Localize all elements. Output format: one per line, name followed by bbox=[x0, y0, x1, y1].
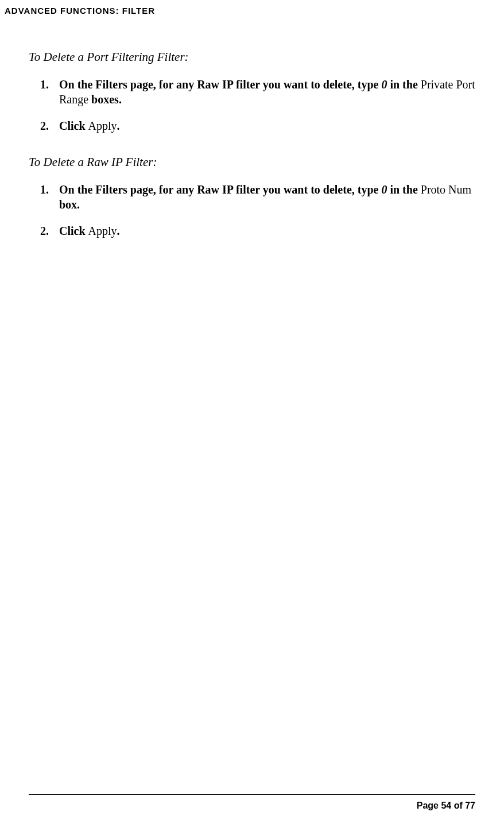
text-run: boxes. bbox=[88, 93, 122, 106]
text-run: Apply bbox=[88, 119, 117, 132]
section-title: To Delete a Port Filtering Filter: bbox=[29, 50, 475, 64]
footer-divider bbox=[29, 794, 475, 795]
text-run: On the Filters page, for any Raw IP filt… bbox=[59, 183, 381, 196]
instruction-item: 1.On the Filters page, for any Raw IP fi… bbox=[40, 182, 475, 212]
instruction-list: 1.On the Filters page, for any Raw IP fi… bbox=[29, 182, 475, 238]
item-body: Click Apply. bbox=[59, 223, 475, 238]
text-run: 0 bbox=[381, 183, 387, 196]
header-title: ADVANCED FUNCTIONS: FILTER bbox=[5, 6, 155, 16]
section-block: To Delete a Port Filtering Filter:1.On t… bbox=[29, 50, 475, 133]
text-run: Apply bbox=[88, 225, 117, 237]
text-run: On the Filters page, for any Raw IP filt… bbox=[59, 78, 381, 91]
page-footer: Page 54 of 77 bbox=[29, 794, 475, 811]
text-run: in the bbox=[387, 183, 420, 196]
text-run: Click bbox=[59, 119, 88, 132]
item-number: 1. bbox=[40, 77, 59, 107]
item-body: On the Filters page, for any Raw IP filt… bbox=[59, 77, 475, 107]
page-content: To Delete a Port Filtering Filter:1.On t… bbox=[0, 16, 504, 238]
item-number: 2. bbox=[40, 118, 59, 133]
text-run: box. bbox=[59, 198, 80, 211]
text-run: . bbox=[117, 119, 120, 132]
page-header: ADVANCED FUNCTIONS: FILTER bbox=[0, 0, 504, 16]
item-number: 1. bbox=[40, 182, 59, 212]
text-run: Proto Num bbox=[421, 183, 471, 196]
item-number: 2. bbox=[40, 223, 59, 238]
section-block: To Delete a Raw IP Filter:1.On the Filte… bbox=[29, 155, 475, 238]
text-run: in the bbox=[387, 78, 420, 91]
page-number: Page 54 of 77 bbox=[29, 801, 475, 811]
instruction-item: 1.On the Filters page, for any Raw IP fi… bbox=[40, 77, 475, 107]
item-body: On the Filters page, for any Raw IP filt… bbox=[59, 182, 475, 212]
instruction-item: 2.Click Apply. bbox=[40, 223, 475, 238]
text-run: Click bbox=[59, 225, 88, 237]
section-title: To Delete a Raw IP Filter: bbox=[29, 155, 475, 169]
item-body: Click Apply. bbox=[59, 118, 475, 133]
instruction-item: 2.Click Apply. bbox=[40, 118, 475, 133]
text-run: 0 bbox=[381, 78, 387, 91]
instruction-list: 1.On the Filters page, for any Raw IP fi… bbox=[29, 77, 475, 133]
text-run: . bbox=[117, 225, 120, 237]
